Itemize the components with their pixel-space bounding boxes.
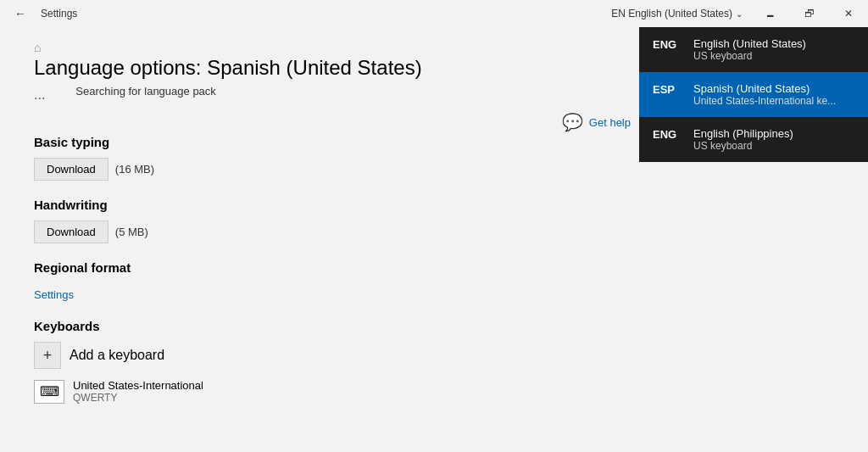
lang-name: Spanish (United States) bbox=[693, 82, 836, 95]
basic-typing-size: (16 MB) bbox=[115, 163, 154, 176]
lang-popup-item[interactable]: ENG English (United States) US keyboard bbox=[639, 27, 868, 72]
keyboard-name: United States-International bbox=[73, 379, 203, 392]
get-help-link[interactable]: Get help bbox=[589, 116, 631, 129]
window-title: Settings bbox=[41, 8, 77, 20]
lang-keyboard: US keyboard bbox=[693, 140, 793, 152]
handwriting-download-row: Download (5 MB) bbox=[34, 220, 834, 243]
basic-typing-download-button[interactable]: Download bbox=[34, 158, 108, 181]
handwriting-download-button[interactable]: Download bbox=[34, 220, 108, 243]
lang-details: English (Philippines) US keyboard bbox=[693, 127, 793, 152]
keyboard-item: ⌨ United States-International QWERTY bbox=[34, 379, 834, 404]
regional-format-settings-link[interactable]: Settings bbox=[34, 288, 74, 301]
content-area: ⌂ Language options: Spanish (United Stat… bbox=[0, 27, 868, 452]
titlebar: ← Settings EN English (United States) ⌄ … bbox=[0, 0, 868, 27]
lang-code: ENG bbox=[653, 128, 683, 141]
lang-keyboard: US keyboard bbox=[693, 50, 806, 62]
titlebar-left: ← Settings bbox=[7, 0, 77, 27]
regional-format-heading: Regional format bbox=[34, 260, 834, 275]
regional-format-section: Regional format Settings bbox=[34, 260, 834, 302]
close-button[interactable]: ✕ bbox=[829, 0, 868, 27]
back-button[interactable]: ← bbox=[7, 0, 34, 27]
handwriting-heading: Handwriting bbox=[34, 198, 834, 212]
keyboards-heading: Keyboards bbox=[34, 319, 834, 333]
lang-selector-label: EN English (United States) bbox=[611, 8, 732, 20]
add-keyboard-plus-icon: + bbox=[34, 342, 61, 369]
keyboards-section: Keyboards + Add a keyboard ⌨ United Stat… bbox=[34, 319, 834, 404]
help-icon: 💬 bbox=[562, 112, 582, 132]
keyboard-info: United States-International QWERTY bbox=[73, 379, 203, 404]
add-keyboard-label: Add a keyboard bbox=[70, 348, 164, 363]
language-selector[interactable]: EN English (United States) ⌄ bbox=[603, 4, 751, 23]
lang-details: English (United States) US keyboard bbox=[693, 37, 806, 62]
loading-dots-icon: ··· bbox=[34, 91, 45, 106]
lang-code: ESP bbox=[653, 83, 683, 96]
lang-popup-item[interactable]: ENG English (Philippines) US keyboard bbox=[639, 117, 868, 162]
lang-code: ENG bbox=[653, 38, 683, 51]
handwriting-section: Handwriting Download (5 MB) bbox=[34, 198, 834, 243]
home-icon: ⌂ bbox=[34, 41, 41, 54]
help-area[interactable]: 💬 Get help bbox=[562, 112, 631, 132]
keyboard-layout: QWERTY bbox=[73, 392, 203, 404]
back-icon: ← bbox=[14, 7, 26, 20]
minimize-button[interactable]: 🗕 bbox=[751, 0, 790, 27]
lang-name: English (Philippines) bbox=[693, 127, 793, 140]
lang-name: English (United States) bbox=[693, 37, 806, 50]
keyboard-icon: ⌨ bbox=[34, 380, 64, 404]
lang-keyboard: United States-International ke... bbox=[693, 95, 836, 107]
language-popup: ENG English (United States) US keyboard … bbox=[639, 27, 868, 162]
maximize-button[interactable]: 🗗 bbox=[790, 0, 829, 27]
chevron-down-icon: ⌄ bbox=[736, 9, 743, 19]
lang-details: Spanish (United States) United States-In… bbox=[693, 82, 836, 107]
add-keyboard-row[interactable]: + Add a keyboard bbox=[34, 342, 834, 369]
searching-status: Searching for language pack bbox=[75, 85, 216, 98]
titlebar-right: EN English (United States) ⌄ 🗕 🗗 ✕ bbox=[603, 0, 868, 27]
lang-popup-item[interactable]: ESP Spanish (United States) United State… bbox=[639, 72, 868, 117]
handwriting-size: (5 MB) bbox=[115, 226, 148, 238]
